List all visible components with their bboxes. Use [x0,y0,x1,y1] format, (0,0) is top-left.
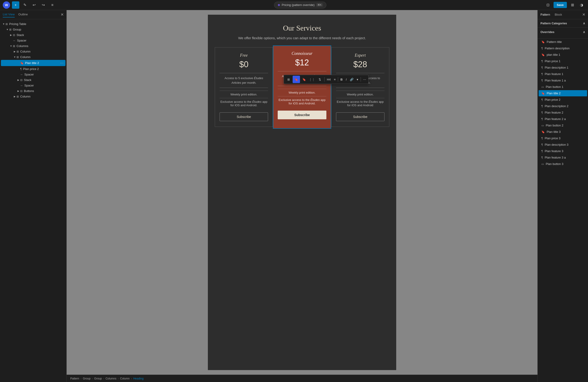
undo-button[interactable]: ↩ [30,1,38,9]
tree-item-column2[interactable]: ▼ ⊞ Column [1,54,65,60]
tree-icon-column2: ⊞ [17,56,19,59]
tree-item-pricing-table[interactable]: ▼ ⊞ Pricing Table [1,21,65,27]
override-plan-title-2[interactable]: 🔖 Plan title 2 [539,90,587,96]
override-plan-feature-3[interactable]: ¶ Plan feature 3 [539,148,587,154]
toolbar-arrows-btn[interactable]: ⇅ [316,76,323,83]
override-plan-price-1[interactable]: ¶ Plan price 1 [539,58,587,64]
toolbar-h4-btn[interactable]: H4 [325,76,332,83]
plan-feature-free2: Exclusive access to the Études app for i… [220,98,268,109]
tree-item-spacer2[interactable]: ↔ Spacer [1,72,65,77]
redo-button[interactable]: ↪ [40,1,47,9]
tree-item-plan-title-2[interactable]: 🔖 Plan title 2 ⋯ [1,60,65,66]
breadcrumb-heading[interactable]: Heading [133,377,144,380]
tree-item-stack2[interactable]: ▶ ⊟ Stack [1,77,65,83]
left-panel: List View Outline ✕ ▼ ⊞ Pricing Table ▼ … [0,10,67,382]
breadcrumb-pattern[interactable]: Pattern [70,377,79,380]
breadcrumb-column[interactable]: Column [120,377,129,380]
right-tab-block[interactable]: Block [555,12,564,17]
override-plan-title-1[interactable]: 🔖 plan title 1 [539,52,587,58]
toolbar-bookmark-btn[interactable]: 🔖 [293,76,300,83]
panel-close-button[interactable]: ✕ [61,12,64,17]
tree-item-group[interactable]: ▼ ⊞ Group [1,27,65,32]
pattern-override-pill[interactable]: ❖ Pricing (pattern override) ⌘K [274,2,326,8]
tree-arrow-column1[interactable]: ▶ [13,50,17,53]
toolbar-link-btn[interactable]: 🔗 [348,76,355,83]
breadcrumb-bar: Pattern › Group › Group › Columns › Colu… [67,375,537,382]
save-button[interactable]: Save [554,2,567,8]
tree-arrow-columns[interactable]: ▼ [9,45,13,47]
toolbar-bookmark2-btn[interactable]: 🔖 [300,76,308,83]
toolbar-more-btn[interactable]: ▾ [355,76,360,83]
tree-item-column3[interactable]: ▶ ⊞ Column [1,94,65,99]
override-plan-feature-2a[interactable]: ¶ Plan feature 2 a [539,116,587,122]
plan-button-connoisseur[interactable]: Subscribe [278,111,326,119]
override-plan-price-2[interactable]: ¶ Plan price 2 [539,96,587,103]
tree-arrow-buttons[interactable]: ▶ [17,90,20,92]
layout-button[interactable]: ⊞ [569,1,576,9]
tree-item-stack[interactable]: ▶ ⊟ Stack [1,32,65,38]
override-plan-feature-3a[interactable]: ¶ Plan feature 3 a [539,154,587,161]
override-icon-plan-desc-2: ¶ [541,105,543,108]
overrides-label: Overrides [541,30,554,34]
tree-item-buttons[interactable]: ▶ ⊟ Buttons [1,88,65,94]
override-plan-button-1[interactable]: ▭ Plan button 1 [539,84,587,90]
tree-item-column1[interactable]: ▶ ⊞ Column [1,49,65,54]
override-plan-feature-2[interactable]: ¶ Plan feature 2 [539,109,587,116]
tree-item-columns[interactable]: ▼ ⊞ Columns [1,43,65,49]
overrides-header[interactable]: Overrides ∧ [541,30,585,34]
override-plan-desc-1[interactable]: ¶ Plan description 1 [539,64,587,71]
override-plan-button-2[interactable]: ▭ Plan button 2 [539,122,587,129]
override-plan-button-3[interactable]: ▭ Plan button 3 [539,161,587,167]
contrast-button[interactable]: ◑ [578,1,585,9]
breadcrumb-group2[interactable]: Group [94,377,102,380]
toolbar-options-btn[interactable]: ⋯ [362,76,368,83]
override-plan-desc-2[interactable]: ¶ Plan description 2 [539,103,587,109]
tree-item-spacer3[interactable]: ↔ Spacer [1,83,65,88]
right-panel-close[interactable]: ✕ [582,12,585,17]
right-tab-pattern[interactable]: Pattern [541,12,552,17]
view-button[interactable]: ⊡ [544,1,552,9]
pattern-categories-header[interactable]: Pattern Categories ∧ [538,19,588,28]
override-icon-plan-desc-1: ¶ [541,66,543,69]
tree-more-plan-title-2[interactable]: ⋯ [60,61,64,65]
override-plan-title-3[interactable]: 🔖 Plan title 3 [539,129,587,135]
override-pattern-description[interactable]: ¶ Pattern description [539,45,587,51]
toolbar-bold-btn[interactable]: B [339,76,344,83]
override-plan-price-3[interactable]: ¶ Plan price 3 [539,135,587,141]
wp-logo[interactable]: W [3,1,10,9]
override-plan-feature-1[interactable]: ¶ Plan feature 1 [539,71,587,77]
breadcrumb-columns[interactable]: Columns [105,377,116,380]
tree-item-spacer1[interactable]: ▶ ↔ Spacer [1,38,65,43]
tab-list-view[interactable]: List View [3,12,15,18]
menu-button[interactable]: ≡ [49,1,56,9]
breadcrumb-group1[interactable]: Group [83,377,90,380]
override-icon-pattern-desc: ¶ [541,47,543,50]
plan-col-connoisseur[interactable]: Connoisseur $12 Access to 20 exclusive É… [273,45,331,129]
plan-col-expert[interactable]: Expert $28 Exclusive, unlimited access t… [331,47,389,127]
plan-button-expert[interactable]: Subscribe [336,113,384,121]
override-pattern-title[interactable]: 🔖 Pattern title [539,39,587,45]
override-label-plan-desc-1: Plan description 1 [545,66,568,69]
tab-outline[interactable]: Outline [18,12,28,18]
edit-button[interactable]: ✎ [21,1,28,9]
toolbar-block-btn[interactable]: ⊞ [285,76,292,83]
plan-col-free[interactable]: Free $0 Access to 5 exclusive Études Art… [215,47,273,127]
override-plan-feature-1a[interactable]: ¶ Plan feature 1 a [539,77,587,83]
tree-arrow-group[interactable]: ▼ [5,28,9,31]
toolbar-align-btn[interactable]: ≡ [333,76,337,83]
add-button[interactable]: + [12,1,19,9]
toolbar-italic-btn[interactable]: I [345,76,348,83]
tree-arrow-stack[interactable]: ▶ [9,34,13,36]
breadcrumb-sep1: › [81,377,82,380]
tree-arrow-column2[interactable]: ▼ [13,56,17,58]
toolbar-list-btn[interactable]: ⋮⋮ [308,76,315,83]
tree-arrow-pricing-table[interactable]: ▼ [2,23,5,25]
override-plan-desc-3[interactable]: ¶ Plan description 3 [539,142,587,148]
plan-button-free[interactable]: Subscribe [220,113,268,121]
plan-feature-free1: Weekly print edition. [220,91,268,98]
main-layout: List View Outline ✕ ▼ ⊞ Pricing Table ▼ … [0,10,588,382]
tree-item-plan-price-2[interactable]: ¶ Plan price 2 [1,66,65,72]
tree-arrow-column3[interactable]: ▶ [13,95,17,98]
tree-arrow-stack2[interactable]: ▶ [17,79,20,81]
override-icon-plan-title-2: 🔖 [541,92,545,95]
